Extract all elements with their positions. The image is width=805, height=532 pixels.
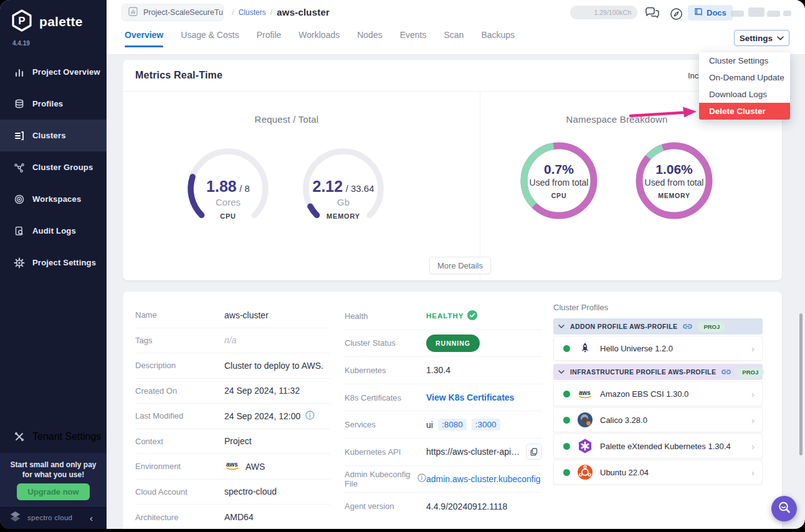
proj-badge: PROJ — [736, 367, 764, 378]
upgrade-promo: Start small and only pay for what you us… — [0, 453, 107, 506]
menu-item-on-demand-update[interactable]: On-Demand Update — [699, 69, 790, 86]
menu-item-download-logs[interactable]: Download Logs — [699, 86, 790, 103]
tab-usage-costs[interactable]: Usage & Costs — [181, 30, 239, 47]
tab-overview[interactable]: Overview — [125, 30, 163, 47]
sidebar-item-project-overview[interactable]: Project Overview — [0, 56, 107, 88]
proj-badge: PROJ — [698, 321, 725, 332]
divider — [480, 92, 480, 280]
gauge-value: 2.12 / 33.64 — [300, 178, 387, 196]
pack-status-dot — [563, 345, 570, 352]
request-total-title: Request / Total — [206, 114, 368, 125]
detail-value: AMD64 — [224, 512, 330, 522]
info-icon[interactable] — [305, 411, 315, 422]
sidebar-item-clusters[interactable]: Clusters — [0, 120, 107, 151]
gauge-label: MEMORY — [300, 212, 387, 220]
service-port-link[interactable]: :3000 — [472, 419, 500, 430]
sidebar-item-label: Project Overview — [32, 67, 100, 77]
sidebar-item-workspaces[interactable]: Workspaces — [0, 183, 107, 215]
chevron-down-icon — [777, 36, 784, 40]
pack-row-amazon-ebs-csi[interactable]: aws Amazon EBS CSI 1.30.0 › — [553, 381, 763, 406]
tab-backups[interactable]: Backups — [481, 30, 515, 47]
detail-row: Nameaws-cluster — [135, 303, 330, 328]
view-certificates-link[interactable]: View K8s Certificates — [426, 392, 514, 402]
sidebar-item-label: Workspaces — [32, 194, 81, 204]
running-status-badge[interactable]: RUNNING — [426, 335, 480, 352]
kubeconfig-download-link[interactable]: admin.aws-cluster.kubeconfig — [426, 474, 541, 484]
brand-name: palette — [39, 14, 83, 29]
tab-nodes[interactable]: Nodes — [357, 30, 382, 47]
detail-row: DescriptionCluster to deploy to AWS. — [135, 353, 330, 379]
chevron-down-icon — [558, 323, 564, 330]
promo-text: Start small and only pay for what you us… — [0, 453, 107, 480]
nodes-graph-icon — [14, 162, 25, 173]
metrics-title: Metrics Real-Time — [135, 70, 222, 81]
sidebar-item-label: Profiles — [32, 99, 63, 108]
spectro-cloud-logo-icon — [9, 510, 22, 526]
menu-item-delete-cluster[interactable]: Delete Cluster — [699, 103, 790, 120]
addon-profile-header[interactable]: ADDON PROFILE AWS-PROFILE PROJ — [553, 318, 763, 335]
gear-icon — [14, 257, 25, 268]
breadcrumb-clusters-link[interactable]: Clusters — [239, 8, 266, 17]
status-row: Services ui :8080 :3000 — [345, 411, 542, 439]
copy-button[interactable] — [526, 444, 542, 460]
memory-gauge: 2.12 / 33.64 Gb MEMORY — [300, 145, 387, 232]
detail-value: aws AWS — [224, 460, 330, 473]
tab-events[interactable]: Events — [400, 30, 427, 47]
sidebar: P palette 4.4.19 Project Overview Profil… — [0, 0, 107, 529]
pxk-hexagon-icon — [577, 438, 593, 454]
app-version: 4.4.19 — [12, 40, 30, 47]
status-row: K8s Certificates View K8s Certificates — [345, 384, 542, 412]
chat-icon[interactable] — [645, 7, 660, 22]
upgrade-now-button[interactable]: Upgrade now — [17, 483, 90, 500]
tab-workloads[interactable]: Workloads — [298, 30, 340, 47]
pack-status-dot — [563, 391, 570, 397]
metrics-card: Metrics Real-Time Incl Request / Total N… — [123, 60, 782, 280]
pack-row-hello-universe[interactable]: Hello Universe 1.2.0 › — [553, 336, 763, 361]
detail-value: aws-cluster — [224, 310, 330, 320]
collapse-sidebar-button[interactable]: ‹ — [90, 513, 93, 523]
svg-text:aws: aws — [226, 461, 238, 468]
detail-row: Created On24 Sep 2024, 11:32 — [135, 379, 330, 404]
doc-search-icon — [14, 226, 25, 237]
chevron-right-icon: › — [751, 343, 755, 354]
donut-label: CPU — [519, 192, 599, 199]
project-chart-icon — [128, 7, 138, 19]
detail-row: Tagsn/a — [135, 328, 330, 354]
brand-logo[interactable]: P palette — [10, 9, 83, 35]
tab-scan[interactable]: Scan — [444, 30, 464, 47]
tab-profile[interactable]: Profile — [257, 30, 282, 47]
pack-row-ubuntu[interactable]: Ubuntu 22.04 › — [553, 460, 763, 485]
infrastructure-profile-header[interactable]: INFRASTRUCTURE PROFILE AWS-PROFILE PROJ — [553, 364, 763, 380]
pack-row-calico[interactable]: Calico 3.28.0 › — [553, 407, 763, 432]
usage-quota-value: 1.29/100kCh — [594, 9, 631, 16]
project-selector[interactable]: Project-ScaleSecureTutoria — [121, 4, 224, 21]
sidebar-item-label: Clusters — [32, 131, 66, 140]
compass-icon[interactable] — [670, 7, 683, 23]
sidebar-item-project-settings[interactable]: Project Settings — [0, 247, 107, 278]
status-row: Agent version 4.4.9/20240912.1118 — [345, 493, 542, 520]
sidebar-item-audit-logs[interactable]: Audit Logs — [0, 215, 107, 247]
donut-caption: Used from total — [519, 178, 599, 188]
pack-row-palette-extended-kubernetes[interactable]: Palette eXtended Kubernetes 1.30.4 › — [553, 434, 763, 458]
help-search-fab[interactable] — [771, 496, 797, 521]
sidebar-item-cluster-groups[interactable]: Cluster Groups — [0, 151, 107, 183]
link-icon — [683, 321, 692, 332]
sidebar-item-label: Project Settings — [32, 258, 96, 267]
breadcrumb-separator: / — [232, 7, 234, 17]
info-icon[interactable] — [417, 473, 426, 484]
ubuntu-icon — [577, 464, 593, 480]
service-port-link[interactable]: :8080 — [438, 419, 467, 430]
sidebar-item-tenant-settings[interactable]: Tenant Settings — [0, 421, 107, 452]
scrollbar-thumb[interactable] — [799, 313, 803, 455]
cpu-gauge: 1.88 / 8 Cores CPU — [184, 145, 272, 232]
cluster-details-card: Nameaws-cluster Tagsn/a DescriptionClust… — [123, 292, 782, 529]
donut-percent: 0.7% — [519, 162, 599, 177]
more-details-button[interactable]: More Details — [429, 257, 491, 274]
status-row: Admin Kubeconfig File admin.aws-cluster.… — [345, 466, 542, 493]
sidebar-item-profiles[interactable]: Profiles — [0, 88, 107, 120]
breadcrumb: / Clusters / aws-cluster — [232, 7, 330, 17]
docs-button[interactable]: Docs — [688, 5, 733, 21]
menu-item-cluster-settings[interactable]: Cluster Settings — [699, 52, 790, 69]
settings-button[interactable]: Settings — [734, 30, 789, 46]
cluster-profiles-panel: Cluster Profiles ADDON PROFILE AWS-PROFI… — [553, 303, 763, 485]
